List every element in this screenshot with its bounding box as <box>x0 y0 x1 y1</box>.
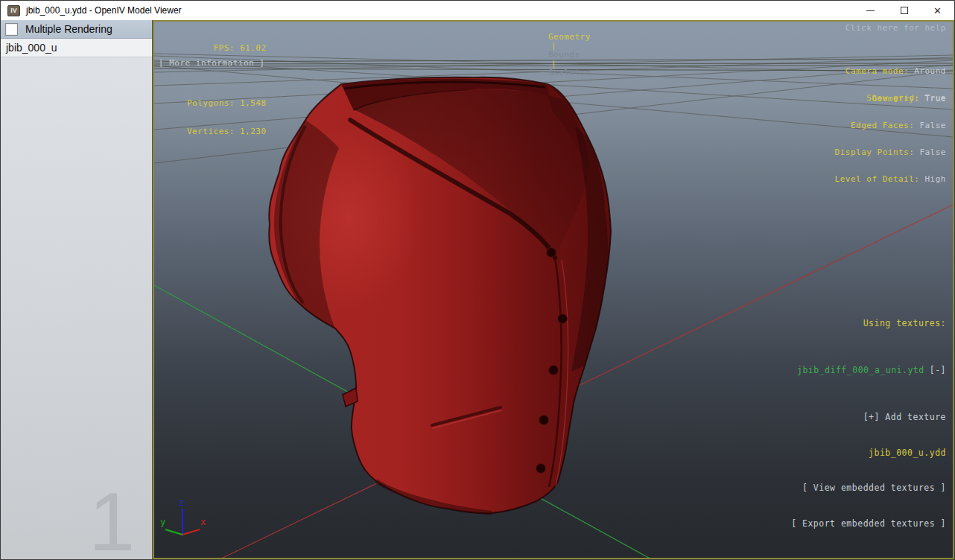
using-textures-heading: Using textures: <box>753 318 946 330</box>
level-of-detail-toggle[interactable]: Level of Detail:High <box>793 166 946 175</box>
vertices-value: 1,230 <box>240 127 267 136</box>
maximize-button[interactable] <box>887 1 921 20</box>
window-title: jbib_000_u.ydd - OpenIV Model Viewer <box>26 5 182 16</box>
fps-label: FPS: <box>163 44 235 53</box>
titlebar: IV jbib_000_u.ydd - OpenIV Model Viewer … <box>1 1 954 20</box>
geometry-value: True <box>925 94 947 104</box>
window-controls: ✕ <box>854 1 954 20</box>
display-points-value: False <box>919 147 946 157</box>
fps-row: FPS: 61.02 <box>163 44 267 53</box>
textures-panel: Using textures: jbib_diff_000_a_uni.ytd[… <box>753 294 946 553</box>
more-information-button[interactable]: [ More information ] <box>159 59 264 68</box>
fps-value: 61.02 <box>240 44 267 53</box>
render-settings: Geometry:True Edged Faces:False Display … <box>793 68 946 193</box>
multiple-rendering-label: Multiple Rendering <box>25 23 112 35</box>
gizmo-z-label: z <box>179 497 184 508</box>
page-number-watermark: 1 <box>89 480 135 559</box>
app-window: IV jbib_000_u.ydd - OpenIV Model Viewer … <box>0 0 955 560</box>
add-texture-button[interactable]: [+] Add texture <box>753 412 946 424</box>
view-embedded-textures-button[interactable]: [ View embedded textures ] <box>753 483 946 494</box>
gizmo-y-label: y <box>160 517 165 527</box>
model-list-item[interactable]: jbib_000_u <box>1 39 152 57</box>
maximize-icon <box>901 7 908 14</box>
display-points-label: Display Points: <box>835 147 915 157</box>
model-viewport[interactable]: z y x FPS: 61.02 Polygons: 1,548 Vertice… <box>153 20 954 559</box>
app-icon: IV <box>7 5 20 16</box>
camera-mode-toggle[interactable]: Camera mode:Around <box>803 58 946 67</box>
geometry-toggle[interactable]: Geometry:True <box>793 86 946 95</box>
texture-entry-row: jbib_diff_000_a_uni.ytd[-] <box>753 353 946 388</box>
stats-panel: FPS: 61.02 Polygons: 1,548 Vertices: 1,2… <box>163 25 267 156</box>
edged-faces-value: False <box>919 121 946 130</box>
minimize-icon <box>866 10 875 11</box>
close-button[interactable]: ✕ <box>921 1 954 20</box>
texture-file-link[interactable]: jbib_diff_000_a_uni.ytd <box>797 365 924 375</box>
level-of-detail-value: High <box>925 174 947 184</box>
model-list-item-label: jbib_000_u <box>6 42 57 54</box>
vertices-row: Vertices: 1,230 <box>163 127 267 136</box>
polygons-row: Polygons: 1,548 <box>163 99 267 108</box>
edged-faces-toggle[interactable]: Edged Faces:False <box>793 112 946 121</box>
vertices-label: Vertices: <box>163 127 235 136</box>
multiple-rendering-checkbox[interactable] <box>5 23 18 36</box>
multiple-rendering-row[interactable]: Multiple Rendering <box>1 20 152 39</box>
display-points-toggle[interactable]: Display Points:False <box>793 139 946 148</box>
export-embedded-textures-button[interactable]: [ Export embedded textures ] <box>753 518 946 530</box>
edged-faces-label: Edged Faces: <box>851 121 914 130</box>
close-icon: ✕ <box>933 6 942 16</box>
view-mode-tabs: Geometry | Bounds | Skeleton <box>516 24 591 86</box>
help-link[interactable]: Click here for help <box>845 24 946 33</box>
gizmo-x-label: x <box>200 517 206 527</box>
tab-skeleton[interactable]: Skeleton <box>548 68 591 77</box>
level-of-detail-label: Level of Detail: <box>835 174 920 184</box>
model-file-name: jbib_000_u.ydd <box>753 448 946 459</box>
sidebar: Multiple Rendering jbib_000_u 1 <box>1 20 153 559</box>
polygons-value: 1,548 <box>240 99 267 108</box>
minimize-button[interactable] <box>854 1 887 20</box>
remove-texture-button[interactable]: [-] <box>930 365 946 375</box>
geometry-label: Geometry: <box>872 94 919 104</box>
polygons-label: Polygons: <box>163 99 235 108</box>
